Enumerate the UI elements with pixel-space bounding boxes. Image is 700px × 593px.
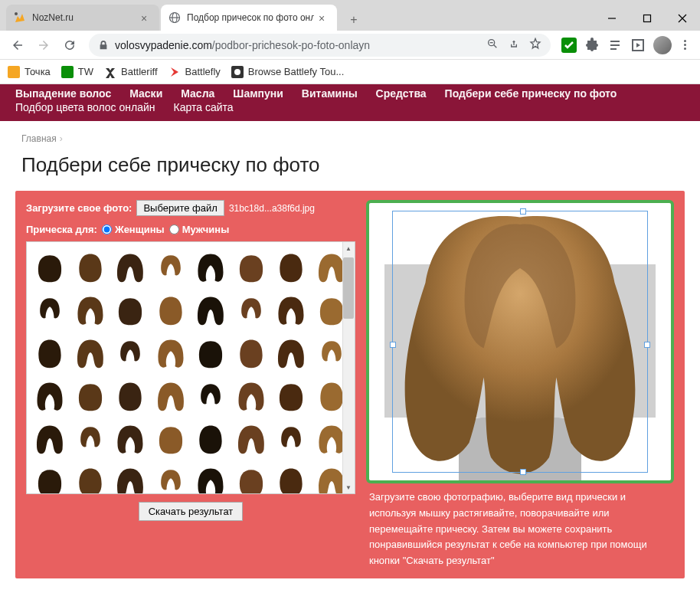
nav-link[interactable]: Витамины	[302, 87, 358, 100]
controls-column: Загрузите свое фото: Выберите файл 31bc1…	[26, 200, 355, 569]
hairstyle-thumbnail[interactable]	[72, 333, 109, 372]
hairstyle-thumbnail[interactable]	[72, 375, 109, 415]
hairstyle-thumbnail[interactable]	[152, 290, 189, 329]
nav-link[interactable]: Шампуни	[233, 87, 283, 100]
nav-link[interactable]: Средства	[376, 87, 427, 100]
new-tab-button[interactable]: +	[343, 9, 365, 31]
bookmark-star-icon[interactable]	[529, 38, 541, 53]
hairstyle-thumbnail[interactable]	[273, 418, 309, 458]
hairstyle-thumbnail[interactable]	[31, 333, 68, 372]
address-bar[interactable]: volosvypadenie.com/podbor-prichesok-po-f…	[89, 34, 551, 57]
hairstyle-thumbnail[interactable]	[112, 333, 149, 372]
hairstyle-thumbnail[interactable]	[31, 461, 68, 494]
hairstyle-thumbnail[interactable]	[112, 375, 149, 415]
hairstyle-thumbnail[interactable]	[152, 461, 189, 494]
hairstyle-thumbnail[interactable]	[273, 247, 309, 287]
preview-column: Загрузите свою фотографию, выберите вид …	[366, 200, 674, 569]
page-title: Подбери себе прическу по фото	[0, 150, 700, 191]
selection-box[interactable]	[392, 211, 648, 473]
nav-link[interactable]: Масла	[181, 87, 214, 100]
breadcrumb-home[interactable]: Главная	[21, 133, 57, 144]
close-window-button[interactable]	[665, 6, 700, 31]
scroll-down-icon[interactable]: ▼	[342, 481, 355, 493]
preview-canvas[interactable]	[366, 200, 674, 483]
tab-title: Подбор причесок по фото онла	[187, 12, 314, 23]
hairstyle-thumbnail[interactable]	[31, 375, 68, 415]
nav-link[interactable]: Маски	[129, 87, 162, 100]
bookmark-item[interactable]: Battleriff	[104, 66, 157, 78]
hairstyle-thumbnail[interactable]	[152, 375, 189, 415]
nav-link[interactable]: Карта сайта	[174, 101, 234, 113]
hairstyle-thumbnail[interactable]	[233, 247, 270, 287]
hairstyle-thumbnail[interactable]	[72, 461, 109, 494]
browser-tab[interactable]: NozNet.ru ×	[6, 5, 159, 31]
hairstyle-thumbnail[interactable]	[31, 418, 68, 458]
hairstyle-thumbnail[interactable]	[233, 375, 270, 415]
choose-file-button[interactable]: Выберите файл	[136, 200, 224, 216]
hairstyle-thumbnail[interactable]	[192, 247, 229, 287]
back-button[interactable]	[6, 34, 29, 57]
hairstyle-thumbnail[interactable]	[273, 375, 309, 415]
filename-text: 31bc18d...a38f6d.jpg	[229, 203, 315, 214]
zoom-icon[interactable]	[486, 38, 499, 53]
page-content: Выпадение волос Маски Масла Шампуни Вита…	[0, 84, 700, 593]
scrollbar[interactable]: ▲ ▼	[342, 242, 355, 493]
reload-button[interactable]	[58, 34, 81, 57]
close-tab-icon[interactable]: ×	[319, 12, 329, 23]
radio-women[interactable]	[102, 224, 112, 234]
favicon-icon	[14, 11, 26, 24]
bookmark-item[interactable]: Battlefly	[168, 66, 221, 78]
hairstyle-thumbnail[interactable]	[112, 461, 149, 494]
bookmark-item[interactable]: Browse Battlefy Tou...	[231, 66, 345, 78]
list-icon[interactable]	[607, 38, 623, 53]
hairstyle-thumbnail[interactable]	[233, 461, 270, 494]
nav-link[interactable]: Подбор цвета волос онлайн	[15, 101, 155, 113]
hairstyle-thumbnail[interactable]	[273, 333, 309, 372]
radio-men[interactable]	[169, 224, 179, 234]
hairstyle-thumbnail[interactable]	[233, 418, 270, 458]
hairstyle-thumbnail[interactable]	[31, 247, 68, 287]
hairstyle-thumbnail[interactable]	[112, 247, 149, 287]
forward-button[interactable]	[32, 34, 55, 57]
close-tab-icon[interactable]: ×	[141, 12, 152, 23]
puzzle-icon[interactable]	[584, 38, 600, 53]
share-icon[interactable]	[508, 38, 520, 53]
menu-button[interactable]	[679, 40, 691, 50]
hairstyle-thumbnail[interactable]	[112, 418, 149, 458]
hairstyle-thumbnail[interactable]	[233, 290, 270, 329]
svg-line-9	[493, 44, 496, 48]
nav-link[interactable]: Выпадение волос	[15, 87, 111, 100]
minimize-button[interactable]	[594, 6, 630, 31]
hairstyle-gallery: ▲ ▼	[26, 241, 355, 494]
hairstyle-thumbnail[interactable]	[72, 247, 109, 287]
media-icon[interactable]	[630, 38, 646, 53]
download-button[interactable]: Скачать результат	[139, 502, 244, 521]
tabs-area: NozNet.ru × Подбор причесок по фото онла…	[0, 0, 594, 31]
hairstyle-thumbnail[interactable]	[152, 418, 189, 458]
hairstyle-thumbnail[interactable]	[192, 375, 229, 415]
hairstyle-thumbnail[interactable]	[112, 290, 149, 329]
hairstyle-thumbnail[interactable]	[192, 333, 229, 372]
hairstyle-thumbnail[interactable]	[72, 290, 109, 329]
hairstyle-thumbnail[interactable]	[152, 333, 189, 372]
hairstyle-thumbnail[interactable]	[192, 461, 229, 494]
hairstyle-thumbnail[interactable]	[273, 461, 309, 494]
hairstyle-thumbnail[interactable]	[72, 418, 109, 458]
scroll-thumb[interactable]	[343, 257, 354, 319]
hairstyle-thumbnail[interactable]	[192, 290, 229, 329]
browser-tab-active[interactable]: Подбор причесок по фото онла ×	[161, 5, 337, 31]
hairstyle-thumbnail[interactable]	[273, 290, 309, 329]
hairstyle-thumbnail[interactable]	[192, 418, 229, 458]
bookmark-item[interactable]: Точка	[8, 66, 51, 78]
scroll-up-icon[interactable]: ▲	[342, 242, 355, 254]
hairstyle-thumbnail[interactable]	[31, 290, 68, 329]
profile-avatar[interactable]	[653, 36, 672, 54]
nav-link[interactable]: Подбери себе прическу по фото	[445, 87, 617, 100]
ext-check-icon[interactable]	[561, 38, 577, 53]
hairstyle-thumbnail[interactable]	[233, 333, 270, 372]
maximize-button[interactable]	[630, 6, 665, 31]
hairstyle-thumbnail[interactable]	[152, 247, 189, 287]
browser-toolbar: volosvypadenie.com/podbor-prichesok-po-f…	[0, 31, 700, 60]
bookmark-item[interactable]: TW	[61, 66, 93, 78]
svg-rect-13	[8, 66, 20, 78]
